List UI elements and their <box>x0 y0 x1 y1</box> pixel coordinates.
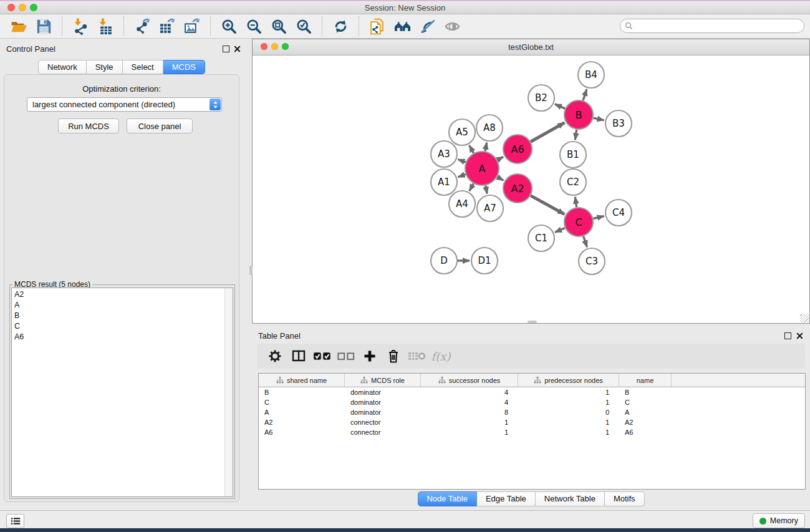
network-canvas[interactable]: AA6A2BCA1A3A4A5A7A8B1B2B3B4C1C2C3C4DD1 <box>253 56 809 323</box>
graph-edge-B-B2[interactable] <box>555 104 565 109</box>
graph-node-B[interactable]: B <box>564 100 593 129</box>
graph-node-A1[interactable]: A1 <box>431 169 457 195</box>
resize-grip[interactable] <box>800 314 809 322</box>
export-network-icon[interactable] <box>132 16 152 36</box>
zoom-fit-icon[interactable] <box>269 16 289 36</box>
table-cell[interactable]: 8 <box>421 409 518 416</box>
column-header-predecessor-nodes[interactable]: predecessor nodes <box>518 374 619 387</box>
column-header-successor-nodes[interactable]: successor nodes <box>421 374 518 387</box>
graph-edge-B-B4[interactable] <box>583 89 587 100</box>
graph-edge-A-A4[interactable] <box>470 183 474 191</box>
graph-edge-C-C4[interactable] <box>593 216 604 218</box>
graph-edge-A-A6[interactable] <box>498 157 504 160</box>
graph-node-A4[interactable]: A4 <box>449 191 475 217</box>
graph-edge-A-A5[interactable] <box>470 145 474 153</box>
graph-node-A[interactable]: A <box>465 152 499 185</box>
graph-node-C[interactable]: C <box>564 208 593 236</box>
zoom-in-icon[interactable] <box>219 16 239 36</box>
table-cell[interactable]: A <box>259 409 345 416</box>
graph-node-D1[interactable]: D1 <box>471 248 498 274</box>
mcds-result-item[interactable]: A <box>12 300 224 311</box>
table-cell[interactable]: 1 <box>421 428 518 436</box>
graph-node-C4[interactable]: C4 <box>605 200 632 226</box>
table-cell[interactable]: 1 <box>518 418 619 426</box>
tab-select[interactable]: Select <box>123 60 163 74</box>
search-box[interactable] <box>620 19 804 33</box>
graph-node-A5[interactable]: A5 <box>449 119 475 145</box>
table-tab-node-table[interactable]: Node Table <box>417 491 477 506</box>
graph-node-D[interactable]: D <box>431 248 457 274</box>
table-cell[interactable]: connector <box>345 428 421 436</box>
eye-icon[interactable] <box>442 16 462 36</box>
run-mcds-button[interactable]: Run MCDS <box>58 118 119 133</box>
memory-button[interactable]: Memory <box>753 513 805 528</box>
table-cell[interactable]: 1 <box>421 418 518 426</box>
graph-node-C2[interactable]: C2 <box>560 169 586 195</box>
table-cell[interactable]: dominator <box>345 399 421 406</box>
graph-node-C1[interactable]: C1 <box>528 225 554 251</box>
table-cell[interactable]: A6 <box>619 428 672 436</box>
table-cell[interactable]: A6 <box>259 428 345 436</box>
table-cell[interactable]: B <box>259 389 345 396</box>
graph-node-B3[interactable]: B3 <box>605 110 632 137</box>
column-header-name[interactable]: name <box>619 374 672 387</box>
graph-edge-A-A1[interactable] <box>458 174 466 177</box>
close-panel-button[interactable]: Close panel <box>127 118 193 133</box>
graph-edge-A-A3[interactable] <box>458 159 465 162</box>
table-row[interactable]: A2connector11A2 <box>259 417 805 427</box>
table-cell[interactable]: C <box>259 399 345 406</box>
table-tab-network-table[interactable]: Network Table <box>536 491 605 506</box>
graph-node-B1[interactable]: B1 <box>560 142 586 168</box>
deselect-all-icon[interactable] <box>335 347 357 365</box>
graph-edge-B-B3[interactable] <box>593 118 604 120</box>
mcds-result-item[interactable]: A6 <box>12 332 224 342</box>
table-cell[interactable]: A2 <box>619 418 672 426</box>
table-cell[interactable]: 1 <box>518 399 619 406</box>
search-input[interactable] <box>635 21 804 31</box>
graph-node-C3[interactable]: C3 <box>579 248 605 274</box>
table-cell[interactable]: connector <box>345 418 421 426</box>
select-all-icon[interactable] <box>312 347 333 365</box>
table-row[interactable]: Adominator80A <box>259 407 805 417</box>
table-tab-edge-table[interactable]: Edge Table <box>477 491 536 506</box>
zoom-out-icon[interactable] <box>244 16 264 36</box>
table-cell[interactable]: dominator <box>345 389 421 396</box>
table-row[interactable]: Bdominator41B <box>259 387 805 397</box>
table-cell[interactable]: dominator <box>345 409 421 416</box>
export-table-icon[interactable] <box>157 16 177 36</box>
delete-column-icon[interactable] <box>383 347 404 365</box>
table-cell[interactable]: 4 <box>421 389 518 396</box>
table-row[interactable]: Cdominator41C <box>259 397 805 407</box>
table-float-panel-icon[interactable] <box>783 331 792 340</box>
result-scrollbar[interactable] <box>224 288 233 496</box>
column-header-mcds-role[interactable]: MCDS role <box>345 374 421 387</box>
table-cell[interactable]: 1 <box>518 389 619 396</box>
save-session-icon[interactable] <box>34 16 54 36</box>
graph-edge-B-B1[interactable] <box>575 130 576 140</box>
graph-node-B2[interactable]: B2 <box>528 85 554 111</box>
graph-node-A3[interactable]: A3 <box>431 141 457 167</box>
table-cell[interactable]: 0 <box>518 409 619 416</box>
table-close-panel-icon[interactable] <box>795 331 804 340</box>
export-image-icon[interactable] <box>182 16 202 36</box>
tab-mcds[interactable]: MCDS <box>163 60 205 74</box>
column-header-shared-name[interactable]: shared name <box>259 374 345 387</box>
mcds-result-item[interactable]: B <box>12 311 224 321</box>
network-horizontal-scrollbar[interactable] <box>528 321 537 323</box>
table-cell[interactable]: A <box>619 409 672 416</box>
table-cell[interactable]: B <box>619 389 672 396</box>
table-row[interactable]: A6connector11A6 <box>259 427 805 437</box>
table-cell[interactable]: C <box>619 399 672 406</box>
graph-edge-C-C1[interactable] <box>555 228 565 233</box>
tab-style[interactable]: Style <box>87 60 123 74</box>
refresh-icon[interactable] <box>330 16 350 36</box>
houses-icon[interactable] <box>392 16 412 36</box>
open-session-icon[interactable] <box>9 16 29 36</box>
import-table-icon[interactable] <box>95 16 115 36</box>
network-documents-icon[interactable] <box>367 16 387 36</box>
table-cell[interactable]: 1 <box>518 428 619 436</box>
gear-icon[interactable] <box>264 347 286 365</box>
tab-network[interactable]: Network <box>38 60 87 74</box>
graph-edge-A6-B[interactable] <box>531 123 564 142</box>
zoom-selected-icon[interactable] <box>294 16 314 36</box>
